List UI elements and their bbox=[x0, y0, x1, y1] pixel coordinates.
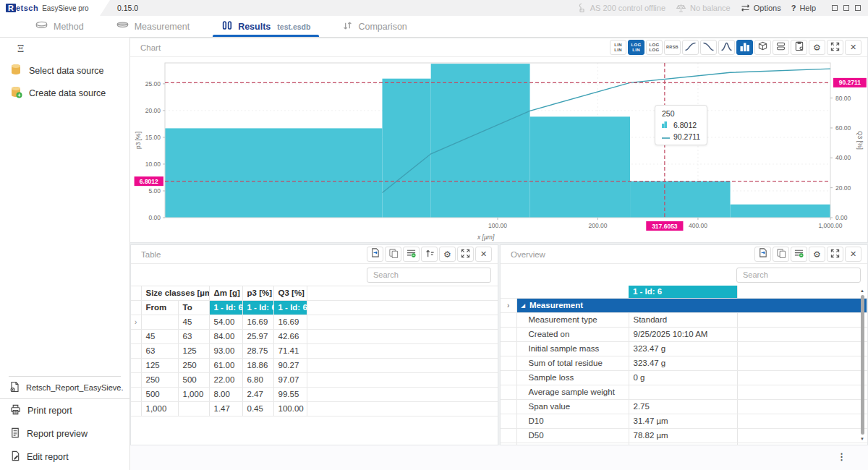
measurement-sieve-icon bbox=[116, 20, 129, 33]
overview-export-button[interactable] bbox=[754, 247, 771, 262]
q3-curve-button[interactable] bbox=[682, 40, 699, 55]
select-data-source-button[interactable]: Select data source bbox=[0, 59, 129, 82]
scroll-down-icon[interactable]: ▼ bbox=[860, 435, 864, 443]
overview-row[interactable]: D1031.47 µm bbox=[501, 414, 867, 429]
series-header[interactable]: 1 - Id: 6 bbox=[273, 301, 307, 315]
maximize-button[interactable] bbox=[843, 5, 849, 11]
bottom-strip: ⋮ bbox=[130, 445, 868, 470]
report-preview-label: Report preview bbox=[27, 429, 88, 439]
clipboard-icon bbox=[794, 40, 804, 54]
overview-search-input[interactable] bbox=[736, 268, 861, 283]
col-from[interactable]: From bbox=[141, 301, 178, 315]
table-row[interactable]: ›4554.0016.6916.69 bbox=[131, 315, 498, 330]
chart-fullscreen-button[interactable] bbox=[827, 40, 843, 55]
clipboard-settings-button[interactable] bbox=[791, 40, 807, 55]
help-button[interactable]: ? Help bbox=[791, 4, 816, 12]
report-template-selector[interactable]: Retsch_Report_EasySieve. bbox=[0, 377, 129, 398]
overview-row[interactable]: Span value2.75 bbox=[501, 400, 867, 414]
overview-row[interactable]: Initial sample mass323.47 g bbox=[501, 342, 867, 356]
col-dm[interactable]: Δm [g] bbox=[209, 286, 242, 301]
overview-series-header[interactable]: 1 - Id: 6 bbox=[629, 286, 737, 299]
printer-icon bbox=[10, 404, 21, 417]
tooltip-line-value: 90.2711 bbox=[673, 132, 700, 141]
scale-lin-lin-button[interactable]: LIN LIN bbox=[610, 40, 626, 55]
svg-text:317.6053: 317.6053 bbox=[652, 223, 678, 230]
overview-copy-button[interactable] bbox=[773, 247, 789, 262]
more-options-icon[interactable]: ⋮ bbox=[837, 451, 846, 462]
scale-log-log-button[interactable]: LOG LOG bbox=[646, 40, 663, 55]
table-row[interactable]: 1,0001.470.45100.00 bbox=[131, 402, 498, 416]
tab-comparison[interactable]: Comparison bbox=[326, 16, 422, 37]
svg-text:60.00: 60.00 bbox=[835, 124, 851, 132]
overview-close-button[interactable]: ✕ bbox=[845, 247, 861, 262]
sidebar: Ξ Select data source Create data source … bbox=[0, 38, 130, 470]
box-view-button[interactable] bbox=[754, 40, 771, 55]
table-export-button[interactable] bbox=[367, 247, 383, 262]
overview-row[interactable]: Measurement typeStandard bbox=[501, 313, 867, 328]
chart-canvas: 0.005.0010.0015.0020.0025.000.0020.0040.… bbox=[130, 57, 867, 244]
product-name: EasySieve pro bbox=[42, 4, 88, 12]
overview-scrollbar[interactable]: ▲ ▼ bbox=[859, 287, 866, 443]
table-fullscreen-button[interactable] bbox=[457, 247, 474, 262]
minimize-button[interactable] bbox=[832, 5, 838, 11]
svg-text:0.00: 0.00 bbox=[148, 214, 161, 221]
table-row[interactable]: 5001,0008.002.4799.55 bbox=[131, 388, 498, 402]
report-preview-button[interactable]: Report preview bbox=[0, 422, 129, 445]
overview-section-row[interactable]: ›◢Measurement bbox=[501, 299, 867, 313]
overview-row[interactable]: Sample loss0 g bbox=[501, 371, 867, 385]
sieve-stack-button[interactable] bbox=[773, 40, 789, 55]
svg-text:15.00: 15.00 bbox=[145, 134, 161, 141]
chart-panel-title: Chart bbox=[140, 43, 161, 52]
chart-close-button[interactable]: ✕ bbox=[845, 40, 861, 55]
panel-pin-icon[interactable]: Ξ bbox=[17, 43, 24, 54]
table-row[interactable]: 12525061.0018.8690.27 bbox=[131, 359, 498, 373]
overview-row-options-button[interactable] bbox=[791, 247, 807, 262]
histogram-button[interactable] bbox=[736, 40, 753, 55]
scroll-up-icon[interactable]: ▲ bbox=[860, 287, 864, 294]
svg-text:40.00: 40.00 bbox=[835, 154, 851, 161]
overview-row[interactable]: Average sample weight bbox=[501, 385, 867, 400]
options-button[interactable]: Options bbox=[741, 4, 781, 12]
print-report-button[interactable]: Print report bbox=[0, 399, 129, 422]
create-data-source-button[interactable]: Create data source bbox=[0, 82, 129, 104]
gear-icon: ⚙ bbox=[813, 43, 821, 52]
table-row[interactable]: 6312593.0028.7571.41 bbox=[131, 344, 498, 359]
table-close-button[interactable]: ✕ bbox=[475, 247, 492, 262]
col-p3[interactable]: p3 [%] bbox=[242, 286, 273, 301]
scale-log-lin-button[interactable]: LOG LIN bbox=[628, 40, 644, 55]
col-q3[interactable]: Q3 [%] bbox=[273, 286, 307, 301]
overview-row[interactable]: Sum of total residue323.47 g bbox=[501, 356, 867, 371]
col-size-classes[interactable]: Size classes [µm] bbox=[141, 286, 209, 301]
export-icon bbox=[757, 247, 768, 261]
retained-curve-button[interactable] bbox=[700, 40, 717, 55]
series-header[interactable]: 1 - Id: 6 bbox=[209, 301, 242, 315]
overview-row[interactable]: Created on9/25/2025 10:10 AM bbox=[501, 328, 867, 342]
edit-report-button[interactable]: Edit report bbox=[0, 445, 129, 469]
svg-text:20.00: 20.00 bbox=[145, 107, 161, 114]
table-row[interactable]: 25050022.006.8097.07 bbox=[131, 373, 498, 388]
chart-settings-button[interactable]: ⚙ bbox=[809, 40, 825, 55]
overview-fullscreen-button[interactable] bbox=[827, 247, 843, 262]
overview-settings-button[interactable]: ⚙ bbox=[809, 247, 825, 262]
table-sort-button[interactable] bbox=[421, 247, 438, 262]
chart-area[interactable]: 0.005.0010.0015.0020.0025.000.0020.0040.… bbox=[130, 57, 867, 244]
table-row-options-button[interactable] bbox=[403, 247, 420, 262]
section-expanded-icon[interactable]: ◢ bbox=[522, 303, 525, 308]
svg-text:x [µm]: x [µm] bbox=[477, 234, 495, 241]
tab-method[interactable]: Method bbox=[19, 16, 100, 37]
overview-row[interactable]: D5078.82 µm bbox=[501, 429, 867, 443]
tab-measurement[interactable]: Measurement bbox=[100, 16, 205, 37]
col-to[interactable]: To bbox=[178, 301, 209, 315]
table-row[interactable]: 456384.0025.9742.66 bbox=[131, 330, 498, 344]
table-search-input[interactable] bbox=[367, 268, 491, 283]
series-header[interactable]: 1 - Id: 6 bbox=[242, 301, 273, 315]
bar-series-icon bbox=[662, 121, 670, 129]
table-copy-button[interactable] bbox=[385, 247, 401, 262]
svg-text:6.8012: 6.8012 bbox=[140, 178, 158, 185]
density-curve-button[interactable] bbox=[718, 40, 735, 55]
scrollbar-thumb[interactable] bbox=[861, 295, 864, 435]
close-window-button[interactable] bbox=[855, 5, 861, 11]
tab-results[interactable]: Results test.esdb bbox=[205, 16, 326, 37]
table-settings-button[interactable]: ⚙ bbox=[439, 247, 456, 262]
scale-rrsb-button[interactable]: RRSB bbox=[664, 40, 681, 55]
